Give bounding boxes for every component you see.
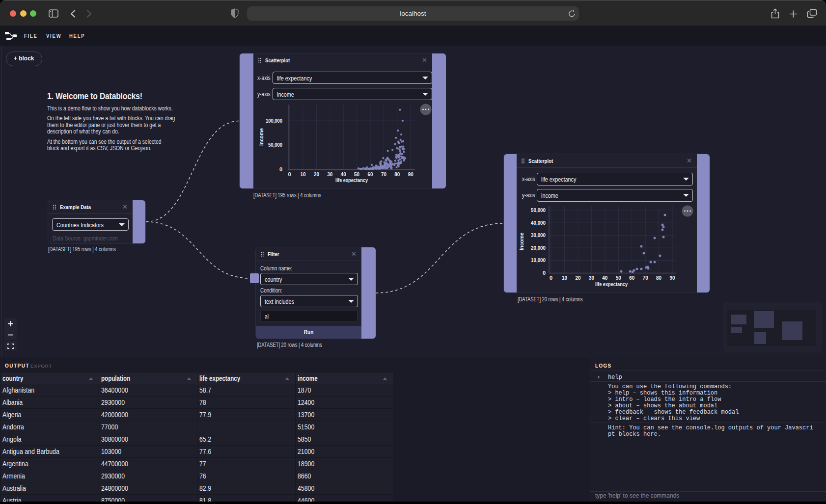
svg-text:50: 50 (616, 275, 621, 281)
svg-text:0: 0 (288, 171, 291, 177)
svg-text:90: 90 (670, 275, 675, 281)
svg-text:80: 80 (394, 171, 400, 177)
svg-text:30: 30 (589, 275, 594, 281)
svg-text:60: 60 (368, 171, 373, 177)
svg-text:40,000: 40,000 (531, 220, 546, 226)
svg-text:30,000: 30,000 (531, 232, 546, 238)
svg-text:20: 20 (575, 275, 580, 281)
svg-text:60: 60 (629, 275, 634, 281)
svg-text:40: 40 (341, 171, 346, 177)
svg-text:70: 70 (643, 275, 648, 281)
svg-text:Income: Income (519, 233, 524, 250)
svg-text:90: 90 (408, 171, 413, 177)
svg-text:50,000: 50,000 (531, 207, 546, 213)
svg-text:80: 80 (656, 275, 661, 281)
svg-text:30: 30 (327, 171, 332, 177)
svg-text:0: 0 (279, 166, 282, 172)
svg-text:40: 40 (602, 275, 607, 281)
svg-text:70: 70 (381, 171, 386, 177)
svg-text:50,000: 50,000 (268, 142, 282, 148)
svg-text:10,000: 10,000 (531, 257, 546, 263)
svg-text:life expectancy: life expectancy (335, 177, 368, 183)
svg-text:income: income (258, 128, 264, 146)
svg-text:20: 20 (314, 171, 319, 177)
svg-text:0: 0 (550, 275, 552, 281)
svg-text:10: 10 (562, 275, 567, 281)
svg-text:20,000: 20,000 (531, 245, 546, 251)
svg-text:life expectancy: life expectancy (595, 281, 628, 287)
svg-text:50: 50 (354, 171, 359, 177)
svg-text:10: 10 (301, 171, 306, 177)
svg-text:0: 0 (543, 270, 546, 276)
svg-text:100,000: 100,000 (266, 118, 282, 124)
